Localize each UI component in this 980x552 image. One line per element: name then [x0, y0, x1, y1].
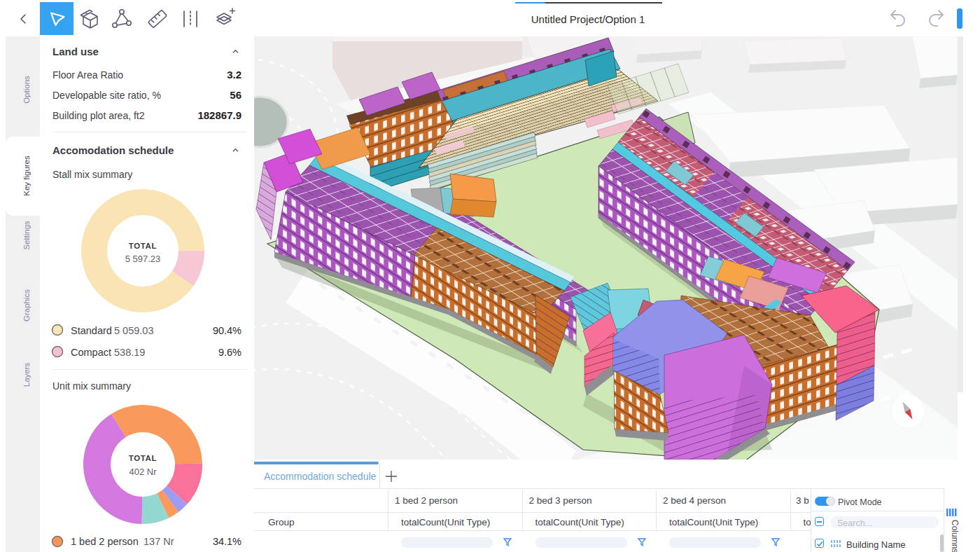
svg-text:TOTAL: TOTAL: [129, 242, 157, 250]
svg-text:Settings: Settings: [22, 221, 31, 250]
svg-text:TOTAL: TOTAL: [129, 454, 157, 462]
svg-text:Options: Options: [22, 76, 31, 104]
svg-text:Layers: Layers: [22, 362, 31, 387]
svg-text:402 Nr: 402 Nr: [129, 467, 157, 477]
svg-text:Graphics: Graphics: [22, 289, 31, 322]
svg-text:5 597.23: 5 597.23: [125, 254, 161, 264]
svg-text:Key figures: Key figures: [22, 156, 31, 196]
